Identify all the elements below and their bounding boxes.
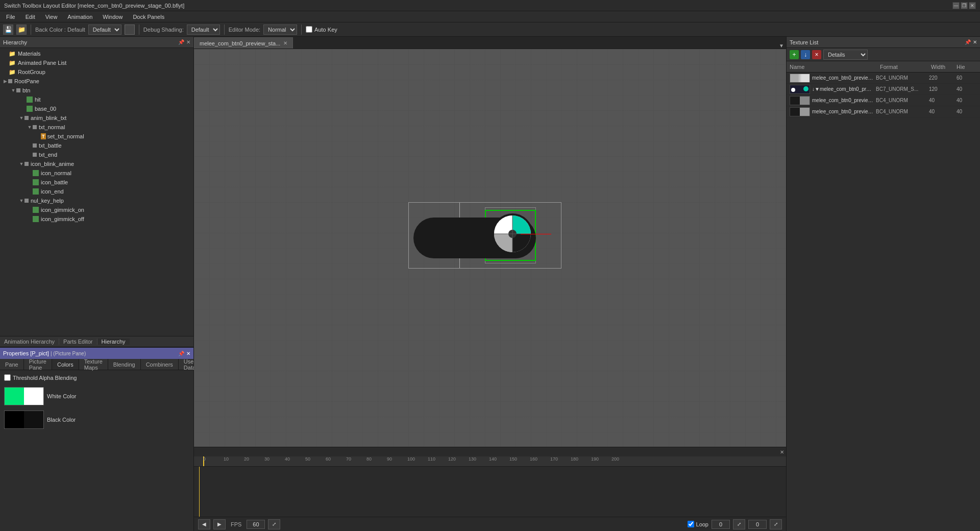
threshold-alpha-checkbox[interactable] [4, 374, 11, 381]
tree-item-anim-blink-txt[interactable]: ▼ anim_blink_txt [0, 113, 193, 123]
tab-picture-pane[interactable]: Picture Pane [24, 359, 52, 370]
materials-label: Materials [18, 51, 41, 57]
editor-tabs: melee_com_btn0_preview_sta... ✕ ▼ [194, 37, 786, 49]
tab-scroll-arrow[interactable]: ▼ [777, 43, 786, 49]
tab-blending[interactable]: Blending [108, 359, 141, 370]
texture-row-bg-stage[interactable]: melee_com_btn0_preview_stage_00_bg_stage… [787, 73, 980, 84]
loop-label: Loop [688, 521, 708, 527]
texture-width-3: 40 [929, 109, 954, 114]
maximize-button[interactable]: ❐ [961, 2, 968, 9]
base00-pic-icon [27, 106, 33, 112]
black-color-swatch[interactable] [4, 411, 44, 429]
timeline-expand-btn[interactable]: ⤢ [770, 519, 782, 529]
tree-item-icon-battle[interactable]: icon_battle [0, 178, 193, 187]
minimize-button[interactable]: — [952, 2, 960, 9]
save-icon[interactable]: 💾 [3, 25, 13, 35]
tab-parts-editor[interactable]: Parts Editor [59, 339, 97, 345]
timeline-close-icon[interactable]: ✕ [780, 449, 784, 455]
loop-checkbox[interactable] [688, 521, 694, 527]
loop-end-input[interactable] [748, 520, 767, 529]
nul-key-help-icon [24, 199, 29, 203]
timeline-tracks[interactable] [194, 467, 786, 517]
texture-add-button[interactable]: + [790, 50, 799, 59]
texture-row-icon02[interactable]: melee_com_btn0_preview_stage_icon_02`s B… [787, 95, 980, 106]
menu-edit[interactable]: Edit [21, 13, 39, 21]
toolbar-separator-1 [31, 25, 31, 35]
tree-item-nul-key-help[interactable]: ▼ nul_key_help [0, 196, 193, 205]
properties-pin-icon[interactable]: 📌 [178, 351, 184, 356]
tree-item-base00[interactable]: base_00 [0, 104, 193, 113]
texture-remove-button[interactable]: × [812, 50, 821, 59]
white-color-swatch[interactable] [4, 387, 44, 405]
texture-list-title: Texture List [790, 39, 818, 45]
txt-battle-arrow [27, 142, 33, 149]
properties-close-icon[interactable]: ✕ [186, 351, 190, 356]
editor-tab-close[interactable]: ✕ [283, 40, 287, 46]
tree-item-hit[interactable]: hit [0, 95, 193, 104]
texture-view-select[interactable]: Details Thumbnails [823, 50, 868, 60]
next-frame-button[interactable]: ▶ [213, 519, 226, 529]
tree-item-set-txt-normal[interactable]: T set_txt_normal [0, 132, 193, 141]
debug-shading-select[interactable]: Default [187, 25, 220, 35]
hierarchy-close-icon[interactable]: ✕ [186, 39, 190, 45]
menu-view[interactable]: View [41, 13, 62, 21]
editor-tab-main[interactable]: melee_com_btn0_preview_sta... ✕ [194, 37, 293, 49]
hit-label: hit [35, 96, 41, 103]
tree-item-btn[interactable]: ▼ btn [0, 86, 193, 95]
texture-row-icon03[interactable]: melee_com_btn0_preview_stage_icon_03`s B… [787, 106, 980, 117]
loop-start-input[interactable] [712, 520, 730, 529]
tree-item-materials[interactable]: 📁 Materials [0, 49, 193, 58]
icon-end-pic-icon [33, 188, 39, 195]
rootpane-label: RootPane [14, 78, 39, 84]
fps-input[interactable] [247, 520, 265, 529]
menu-window[interactable]: Window [99, 13, 127, 21]
tree-item-txt-end[interactable]: txt_end [0, 150, 193, 159]
tab-animation-hierarchy[interactable]: Animation Hierarchy [0, 339, 59, 345]
hierarchy-pin-icon[interactable]: 📌 [178, 39, 184, 45]
auto-key-checkbox[interactable] [306, 26, 312, 33]
crosshair-h [521, 234, 551, 234]
properties-content: Threshold Alpha Blending White Color [0, 370, 193, 531]
tree-item-rootpane[interactable]: ▶ RootPane [0, 77, 193, 86]
editor-mode-select[interactable]: Normal [263, 25, 297, 35]
tree-item-icon-end[interactable]: icon_end [0, 187, 193, 196]
tab-hierarchy[interactable]: Hierarchy [97, 339, 130, 345]
menu-animation[interactable]: Animation [63, 13, 96, 21]
txt-normal-label: txt_normal [39, 124, 65, 130]
menu-dock-panels[interactable]: Dock Panels [129, 13, 168, 21]
canvas-area[interactable] [194, 49, 786, 447]
tab-pane[interactable]: Pane [0, 359, 24, 370]
expand-button[interactable]: ⤢ [268, 519, 280, 529]
tree-item-txt-battle[interactable]: txt_battle [0, 141, 193, 150]
tab-texture-maps[interactable]: Texture Maps [79, 359, 108, 370]
texture-pin-icon[interactable]: 📌 [965, 39, 971, 45]
end-frame-btn[interactable]: ⤢ [733, 519, 745, 529]
tree-item-txt-normal[interactable]: ▼ txt_normal [0, 123, 193, 132]
texture-close-icon[interactable]: ✕ [973, 39, 977, 45]
close-button[interactable]: ✕ [969, 2, 976, 9]
tick-170: 170 [550, 456, 558, 462]
texture-row-icon01[interactable]: ↓▼melee_com_btn0_preview_stage_icon_01`s… [787, 84, 980, 95]
tree-item-rootgroup[interactable]: 📁 RootGroup [0, 67, 193, 77]
tab-colors[interactable]: Colors [52, 359, 79, 370]
prev-frame-button[interactable]: ◀ [198, 519, 210, 529]
tree-item-animated-pane[interactable]: 📁 Animated Pane List [0, 58, 193, 67]
threshold-alpha-text: Threshold Alpha Blending [13, 375, 77, 381]
back-color-swatch[interactable] [125, 25, 135, 35]
icon-gimmick-on-label: icon_gimmick_on [41, 207, 84, 213]
texture-import-button[interactable]: ↓ [801, 50, 810, 59]
texture-format-1: BC7_UNORM_S... [876, 86, 927, 92]
folder-icon[interactable]: 📁 [16, 25, 27, 35]
texture-height-1: 40 [957, 86, 977, 92]
properties-title: Properties [P_pict] | (Picture Pane) [3, 350, 86, 356]
icon-end-arrow [27, 188, 33, 195]
tree-item-icon-normal[interactable]: icon_normal [0, 168, 193, 178]
tab-combiners[interactable]: Combiners [141, 359, 179, 370]
tick-20: 20 [244, 456, 249, 462]
tree-item-icon-gimmick-off[interactable]: icon_gimmick_off [0, 214, 193, 224]
tree-item-icon-blink-anime[interactable]: ▼ icon_blink_anime [0, 159, 193, 168]
menu-file[interactable]: File [2, 13, 19, 21]
tree-item-icon-gimmick-on[interactable]: icon_gimmick_on [0, 205, 193, 214]
txt-battle-label: txt_battle [39, 142, 62, 149]
back-color-select[interactable]: Default [88, 25, 121, 35]
